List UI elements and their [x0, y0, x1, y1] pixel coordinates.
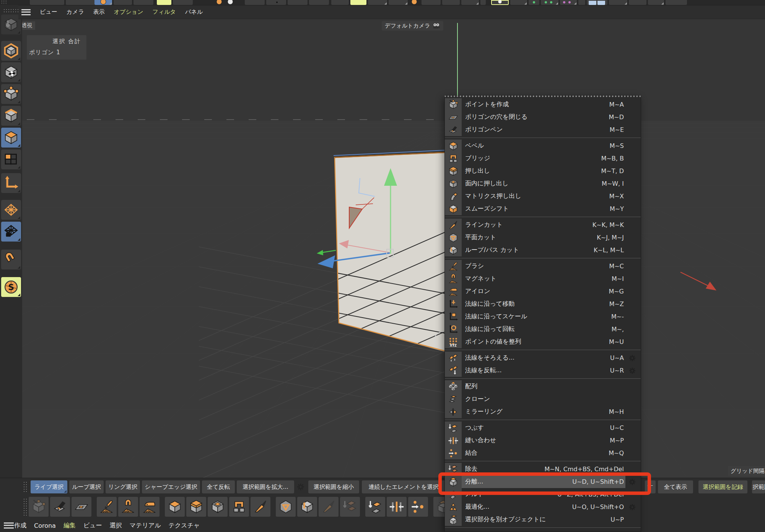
toolbar-button-clipped[interactable] [288, 0, 308, 5]
collapse-tool-button[interactable] [365, 497, 385, 517]
toolbar-button-clipped[interactable] [389, 0, 408, 5]
menu-item-optimize[interactable]: 最適化...U~O, U~Shift+O [445, 501, 641, 513]
menu-item-rotate-along-normals[interactable]: 法線に沿って回転M~, [445, 323, 641, 336]
toolbar-button-clipped[interactable] [368, 0, 387, 5]
iron-tool-button[interactable] [140, 497, 160, 517]
viewport-3d-canvas[interactable] [0, 0, 765, 532]
menu-item-iron[interactable]: アイロンM~G [445, 285, 641, 298]
stitch-sew-tool-button[interactable] [387, 497, 407, 517]
menu-item-line-cut[interactable]: ラインカットK~K, M~K [445, 219, 641, 231]
grow-selection-settings[interactable] [296, 482, 305, 493]
toolbar-drag-handle[interactable] [3, 8, 20, 13]
bevel-tool-button[interactable] [165, 497, 185, 517]
button-選択範囲を縮小[interactable]: 選択範囲を縮小 [308, 480, 359, 493]
line-cut-tool-button[interactable] [251, 497, 270, 517]
menu-item-stitch-and-sew[interactable]: 縫い合わせM~P [445, 434, 641, 447]
button-リング選択[interactable]: リング選択 [106, 480, 140, 493]
toolbar-button-clipped[interactable] [666, 0, 687, 5]
toolbar-button-clipped[interactable] [266, 0, 286, 5]
point-mode-button[interactable] [1, 84, 21, 104]
gear-icon[interactable] [628, 367, 636, 375]
button-シャープエッジ選択[interactable]: シャープエッジ選択 [142, 480, 200, 493]
editor-menu-7[interactable]: テクスチャ [169, 522, 200, 530]
bridge-tool-button[interactable] [229, 497, 249, 517]
menu-item-extrude-inner[interactable]: 面内に押し出しM~W, I [445, 177, 641, 190]
quantize-button[interactable]: S [1, 277, 21, 297]
menu-item-brush[interactable]: ブラシM~C [445, 260, 641, 272]
viewport-menu-2[interactable]: カメラ [67, 8, 84, 16]
toolbar-button-clipped[interactable] [173, 0, 193, 5]
snap-grid-button[interactable] [1, 200, 21, 220]
gear-icon[interactable] [628, 503, 636, 511]
button-全て反転[interactable]: 全て反転 [202, 480, 235, 493]
editor-menu-4[interactable]: ビュー [83, 522, 102, 530]
axis-modify-button[interactable] [1, 173, 21, 193]
toolbar-button-clipped[interactable] [422, 0, 441, 5]
menu-item-array[interactable]: 配列 [445, 380, 641, 393]
toolbar-button-clipped[interactable] [587, 0, 607, 5]
menu-item-collapse[interactable]: つぶすU~C [445, 422, 641, 434]
toolbar-button-clipped[interactable] [30, 0, 64, 5]
editor-menu-3[interactable]: 編集 [63, 522, 76, 530]
polygon-pen-tool-button[interactable] [50, 497, 70, 517]
edge-mode-button[interactable] [1, 106, 21, 126]
toolbar-button-clipped[interactable] [578, 0, 585, 5]
menu-item-weld[interactable]: 結合M~Q [445, 447, 641, 459]
viewport-menu-1[interactable]: ビュー [40, 8, 57, 16]
menu-item-extrude[interactable]: 押し出しM~T, D [445, 165, 641, 177]
toolbar-button-clipped[interactable] [510, 0, 527, 5]
toolbar-button-clipped[interactable] [66, 0, 95, 5]
toolbar-drag-handle[interactable] [23, 498, 28, 516]
menu-item-bridge[interactable]: ブリッジM~B, B [445, 152, 641, 165]
editor-menu-5[interactable]: 選択 [110, 522, 122, 530]
toolbar-button-clipped[interactable] [491, 0, 509, 5]
editor-menu-1[interactable]: 作成 [14, 522, 26, 530]
viewport-menu-icon[interactable] [21, 9, 31, 15]
toolbar-button-clipped[interactable] [480, 0, 486, 5]
viewport-menu-4[interactable]: オプション [114, 8, 143, 16]
knife-tool-button[interactable] [319, 497, 339, 517]
magnet-tool-button[interactable] [118, 497, 138, 517]
menu-item-plane-cut[interactable]: 平面カットK~J, M~J [445, 231, 641, 244]
toolbar-button-clipped[interactable] [609, 0, 627, 5]
toolbar-button-clipped[interactable] [226, 0, 235, 5]
viewport-menu-3[interactable]: 表示 [93, 8, 105, 16]
button-選択範囲を拡大...[interactable]: 選択範囲を拡大... [237, 480, 294, 493]
menu-item-split-to-new-object[interactable]: 選択部分を別オブジェクトにU~P [445, 513, 641, 526]
viewport-menu-5[interactable]: フィルタ [153, 8, 176, 16]
toolbar-button-clipped[interactable] [409, 0, 419, 5]
toolbar-button-clipped[interactable] [157, 0, 171, 5]
plane-cut-tool-button[interactable] [276, 497, 296, 517]
extrude-inner-tool-button[interactable] [208, 497, 228, 517]
menu-item-magnet[interactable]: マグネットM~I [445, 272, 641, 285]
toolbar-button-clipped[interactable] [331, 0, 349, 5]
gear-icon[interactable] [296, 482, 305, 491]
toolbar-button-clipped[interactable] [629, 0, 646, 5]
toolbar-drag-handle[interactable] [23, 481, 28, 493]
magnet-snap-button[interactable] [1, 250, 21, 269]
toolbar-button-clipped[interactable] [541, 0, 558, 5]
button-ライブ選択[interactable]: ライブ選択 [31, 480, 67, 493]
button-全て表示[interactable]: 全て表示 [658, 480, 693, 493]
menu-item-matrix-extrude[interactable]: マトリクス押し出しM~X [445, 190, 641, 203]
editor-menu-icon[interactable] [4, 522, 14, 529]
model-mode-button[interactable] [1, 41, 21, 61]
menu-item-reverse-normals[interactable]: 法線を反転...U~R [445, 364, 641, 377]
toolbar-button-clipped[interactable] [461, 0, 479, 5]
toolbar-button-clipped[interactable] [309, 0, 329, 5]
toolbar-button-clipped[interactable] [133, 0, 153, 5]
menu-item-bevel[interactable]: ベベルM~S [445, 139, 641, 152]
extrude-tool-button[interactable] [186, 497, 206, 517]
viewport-menu-6[interactable]: パネル [185, 8, 203, 16]
button-連続したエレメントを選択[interactable]: 連続したエレメントを選択 [362, 480, 445, 493]
toolbar-button-clipped[interactable] [442, 0, 460, 5]
toolbar-button-clipped[interactable] [529, 0, 539, 5]
menu-item-move-along-normals[interactable]: 法線に沿って移動M~Z [445, 298, 641, 310]
menu-item-create-point[interactable]: ポイントを作成M~A [445, 98, 641, 111]
menu-item-scale-along-normals[interactable]: 法線に沿ってスケールM~- [445, 310, 641, 323]
uv-polygons-button[interactable] [1, 149, 21, 169]
menu-item-set-point-value[interactable]: XYZポイントの値を整列M~U [445, 336, 641, 348]
loop-path-cut-tool-button[interactable] [297, 497, 317, 517]
editor-menu-2[interactable]: Corona [34, 522, 56, 529]
toolbar-button-clipped[interactable] [94, 0, 112, 5]
